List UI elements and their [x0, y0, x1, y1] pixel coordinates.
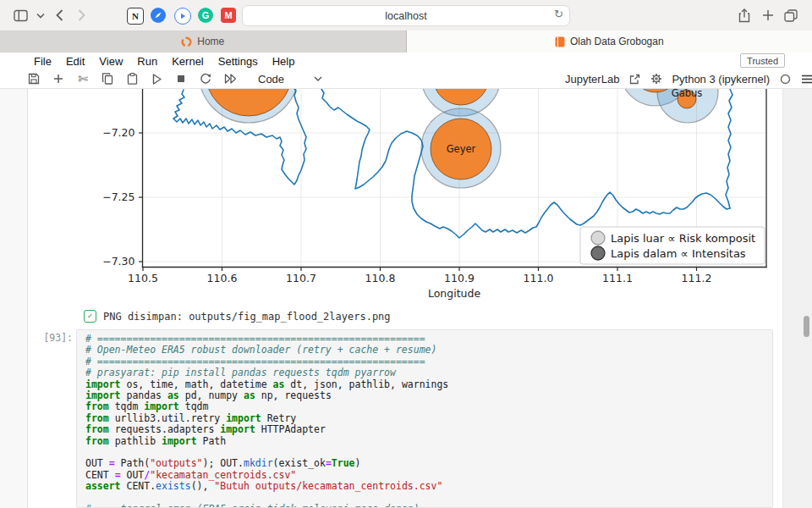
- stdout-line: ✓ PNG disimpan: outputs/fig_map_flood_2l…: [84, 310, 391, 323]
- code-cell-editor[interactable]: # ======================================…: [76, 329, 773, 508]
- play-circle-icon[interactable]: [174, 8, 191, 25]
- url-text: localhost: [385, 10, 426, 22]
- notebook-left-gutter: [0, 89, 28, 508]
- menu-file[interactable]: File: [34, 55, 52, 68]
- cut-cells-button[interactable]: ✄: [76, 72, 90, 86]
- run-cell-button[interactable]: [150, 72, 163, 86]
- restart-run-all-button[interactable]: [223, 72, 237, 86]
- kernel-name[interactable]: Python 3 (ipykernel): [672, 73, 770, 86]
- restart-kernel-button[interactable]: [199, 72, 212, 86]
- gear-icon[interactable]: [650, 72, 663, 86]
- forward-icon[interactable]: [73, 7, 90, 24]
- menu-help[interactable]: Help: [272, 55, 295, 68]
- svg-text:110.6: 110.6: [207, 272, 238, 284]
- safari-compass-icon[interactable]: [151, 8, 166, 23]
- svg-text:111.1: 111.1: [602, 272, 633, 284]
- stdout-text: PNG disimpan: outputs/fig_map_flood_2lay…: [103, 311, 391, 323]
- share-icon[interactable]: [736, 7, 753, 24]
- svg-text:−7.20: −7.20: [102, 126, 134, 139]
- interrupt-kernel-button[interactable]: [174, 72, 188, 86]
- notebook-menubar: File Edit View Run Kernel Settings Help: [0, 52, 812, 69]
- copy-cells-button[interactable]: [101, 72, 114, 86]
- menu-settings[interactable]: Settings: [218, 55, 258, 68]
- tab-bar: Home Olah Data Grobogan: [0, 30, 812, 53]
- notion-icon[interactable]: N: [127, 8, 144, 25]
- svg-text:111.0: 111.0: [524, 272, 554, 284]
- svg-text:−7.25: −7.25: [102, 190, 134, 203]
- back-icon[interactable]: [51, 7, 68, 24]
- menu-view[interactable]: View: [99, 55, 123, 68]
- svg-text:110.5: 110.5: [128, 272, 158, 284]
- cell-type-chevron-icon[interactable]: [314, 76, 322, 81]
- flood-map-figure: GeyerGabus110.5110.6110.7110.8110.9111.0…: [51, 89, 778, 306]
- svg-text:111.2: 111.2: [682, 272, 712, 284]
- menu-run[interactable]: Run: [137, 55, 157, 68]
- red-m-app-icon[interactable]: M: [221, 8, 236, 23]
- scrollbar-track[interactable]: [782, 89, 812, 508]
- grammarly-icon[interactable]: G: [198, 8, 213, 23]
- scrollbar-thumb[interactable]: [804, 316, 809, 337]
- refresh-icon[interactable]: ↻: [554, 8, 563, 20]
- external-link-icon[interactable]: [628, 72, 641, 86]
- svg-text:Lapis dalam ∝ Intensitas: Lapis dalam ∝ Intensitas: [611, 247, 746, 260]
- svg-text:Gabus: Gabus: [672, 89, 703, 99]
- kernel-status-icon: [778, 72, 792, 86]
- new-tab-icon[interactable]: [760, 7, 776, 24]
- svg-text:110.7: 110.7: [286, 272, 316, 284]
- safari-toolbar: N G M localhost ↻: [0, 0, 812, 30]
- svg-text:110.9: 110.9: [444, 272, 475, 284]
- insert-cell-button[interactable]: [52, 72, 65, 86]
- notebook-toolbar: ✄ Code JupyterLab Python 3 (ipykernel): [0, 69, 812, 89]
- tab-home[interactable]: Home: [0, 30, 406, 52]
- cell-execution-prompt: [93]:: [41, 332, 73, 344]
- menu-edit[interactable]: Edit: [66, 55, 85, 68]
- trusted-badge[interactable]: Trusted: [740, 53, 785, 68]
- code-lines: # ======================================…: [85, 334, 765, 508]
- tab-olah-data-grobogan[interactable]: Olah Data Grobogan: [406, 30, 812, 52]
- flood-map-output: GeyerGabus110.5110.6110.7110.8110.9111.0…: [51, 89, 778, 306]
- tab-label: Olah Data Grobogan: [570, 36, 664, 47]
- tab-label: Home: [197, 36, 224, 47]
- svg-text:−7.30: −7.30: [102, 255, 134, 268]
- url-bar[interactable]: localhost ↻: [242, 5, 570, 26]
- svg-text:Lapis luar ∝ Risk komposit: Lapis luar ∝ Risk komposit: [611, 232, 755, 245]
- tab-overview-icon[interactable]: [782, 7, 799, 24]
- cell-type-dropdown[interactable]: Code: [258, 73, 284, 86]
- menu-kernel[interactable]: Kernel: [172, 55, 204, 68]
- save-button[interactable]: [27, 72, 41, 86]
- svg-text:Geyer: Geyer: [447, 143, 476, 155]
- check-icon: ✓: [84, 310, 96, 323]
- notebook-file-icon: [555, 36, 565, 47]
- jupyter-spinner-icon: [181, 36, 192, 47]
- svg-text:110.8: 110.8: [365, 272, 396, 284]
- svg-text:Longitude: Longitude: [428, 287, 480, 300]
- jupyterlab-link[interactable]: JupyterLab: [565, 73, 619, 86]
- sidebar-toggle-icon[interactable]: [12, 7, 29, 24]
- paste-cells-button[interactable]: [125, 72, 139, 86]
- chevron-down-icon[interactable]: [32, 7, 49, 24]
- hamburger-menu-icon[interactable]: [800, 72, 812, 86]
